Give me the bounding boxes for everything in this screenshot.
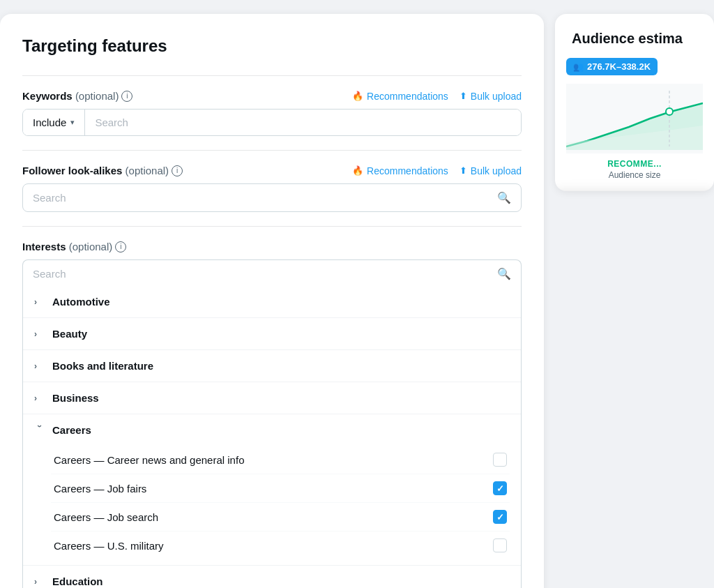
badge-row: 👥 276.7K–338.2K xyxy=(566,58,703,81)
category-books: › Books and literature xyxy=(23,350,521,382)
subitem-us-military: Careers — U.S. military xyxy=(51,532,510,559)
category-automotive-header[interactable]: › Automotive xyxy=(23,286,521,317)
keywords-label-group: Keywords (optional) i xyxy=(22,90,132,102)
beauty-label: Beauty xyxy=(52,328,87,340)
career-news-label: Careers — Career news and general info xyxy=(54,454,244,466)
follower-label-group: Follower look-alikes (optional) i xyxy=(22,165,183,176)
follower-search-input[interactable] xyxy=(33,192,497,204)
careers-chevron-icon: › xyxy=(35,425,45,436)
follower-label: Follower look-alikes (optional) xyxy=(22,165,169,176)
flame-icon: 🔥 xyxy=(352,91,363,101)
careers-subitems: Careers — Career news and general info C… xyxy=(23,446,521,565)
us-military-checkbox[interactable] xyxy=(493,538,507,552)
us-military-label: Careers — U.S. military xyxy=(54,540,164,552)
keywords-section-header: Keywords (optional) i 🔥 Recommendations … xyxy=(22,90,522,102)
audience-title: Audience estima xyxy=(555,14,714,58)
business-label: Business xyxy=(52,392,99,404)
audience-badge: 👥 276.7K–338.2K xyxy=(566,58,658,75)
job-search-checkbox[interactable] xyxy=(493,510,507,524)
keywords-input-row: Include ▾ xyxy=(22,109,522,136)
keywords-bulk-upload-link[interactable]: ⬆ Bulk upload xyxy=(459,91,522,102)
interests-search-input[interactable] xyxy=(33,268,497,280)
include-label: Include xyxy=(33,116,66,128)
keywords-actions: 🔥 Recommendations ⬆ Bulk upload xyxy=(352,91,522,102)
job-fairs-label: Careers — Job fairs xyxy=(54,483,146,495)
career-news-checkbox[interactable] xyxy=(493,453,507,467)
include-dropdown[interactable]: Include ▾ xyxy=(23,110,85,135)
category-careers-header[interactable]: › Careers xyxy=(23,414,521,446)
interests-label-group: Interests (optional) i xyxy=(22,241,126,252)
keywords-info-icon[interactable]: i xyxy=(121,91,132,102)
category-education: › Education xyxy=(23,566,521,588)
audience-size-label: Audience size xyxy=(566,170,703,180)
category-books-header[interactable]: › Books and literature xyxy=(23,350,521,382)
subitem-job-fairs: Careers — Job fairs xyxy=(51,474,510,503)
follower-bulk-upload-link[interactable]: ⬆ Bulk upload xyxy=(459,165,522,176)
education-label: Education xyxy=(52,575,103,587)
subitem-career-news: Careers — Career news and general info xyxy=(51,446,510,474)
audience-chart xyxy=(566,84,703,153)
interests-search-box: 🔍 xyxy=(22,259,522,287)
follower-actions: 🔥 Recommendations ⬆ Bulk upload xyxy=(352,165,522,176)
interests-section-header: Interests (optional) i xyxy=(22,241,522,252)
svg-point-4 xyxy=(666,108,673,115)
divider-2 xyxy=(22,150,522,151)
education-chevron-icon: › xyxy=(34,577,45,587)
automotive-chevron-icon: › xyxy=(34,297,45,307)
category-beauty-header[interactable]: › Beauty xyxy=(23,318,521,349)
follower-info-icon[interactable]: i xyxy=(172,165,183,176)
follower-search-box: 🔍 xyxy=(22,183,522,212)
books-label: Books and literature xyxy=(52,360,153,372)
keywords-label: Keywords (optional) xyxy=(22,90,119,102)
interests-label: Interests (optional) xyxy=(22,241,112,252)
business-chevron-icon: › xyxy=(34,393,45,403)
divider-3 xyxy=(22,226,522,227)
follower-search-icon[interactable]: 🔍 xyxy=(497,191,511,204)
upload-icon: ⬆ xyxy=(459,91,467,101)
careers-label: Careers xyxy=(52,424,91,436)
category-automotive: › Automotive xyxy=(23,286,521,318)
interests-optional: (optional) xyxy=(69,241,113,252)
category-careers: › Careers Careers — Career news and gene… xyxy=(23,414,521,566)
keywords-recommendations-link[interactable]: 🔥 Recommendations xyxy=(352,91,448,102)
follower-lookalikes-section-header: Follower look-alikes (optional) i 🔥 Reco… xyxy=(22,165,522,176)
chart-area: 👥 276.7K–338.2K RECOMME... Aud xyxy=(555,58,714,191)
category-beauty: › Beauty xyxy=(23,318,521,350)
automotive-label: Automotive xyxy=(52,296,110,308)
upload-icon-2: ⬆ xyxy=(459,165,467,176)
follower-recommendations-link[interactable]: 🔥 Recommendations xyxy=(352,165,448,176)
divider-1 xyxy=(22,75,522,76)
badge-text: 276.7K–338.2K xyxy=(587,61,651,72)
include-chevron-icon: ▾ xyxy=(70,118,75,127)
job-search-label: Careers — Job search xyxy=(54,511,158,523)
users-icon: 👥 xyxy=(573,62,584,72)
category-education-header[interactable]: › Education xyxy=(23,566,521,588)
recommended-label: RECOMME... xyxy=(566,159,703,169)
category-business: › Business xyxy=(23,382,521,414)
beauty-chevron-icon: › xyxy=(34,329,45,339)
page-title: Targeting features xyxy=(22,36,522,56)
audience-panel: Audience estima 👥 276.7K–338.2K xyxy=(555,14,714,191)
interests-list: › Automotive › Beauty › Books and litera… xyxy=(22,286,522,588)
category-business-header[interactable]: › Business xyxy=(23,382,521,414)
interests-search-icon[interactable]: 🔍 xyxy=(497,267,511,280)
flame-icon-2: 🔥 xyxy=(352,165,363,176)
targeting-panel: Targeting features Keywords (optional) i… xyxy=(0,14,544,588)
interests-info-icon[interactable]: i xyxy=(115,241,126,252)
job-fairs-checkbox[interactable] xyxy=(493,481,507,495)
keywords-optional: (optional) xyxy=(75,90,119,102)
books-chevron-icon: › xyxy=(34,361,45,371)
follower-optional: (optional) xyxy=(126,165,169,176)
subitem-job-search: Careers — Job search xyxy=(51,503,510,532)
keywords-search-input[interactable] xyxy=(85,110,521,135)
